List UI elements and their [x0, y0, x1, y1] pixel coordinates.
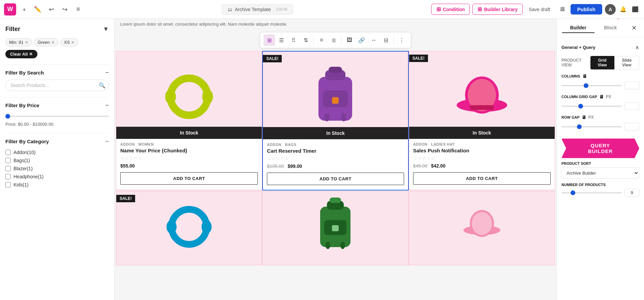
slide-view-button[interactable]: Slide View [614, 56, 639, 69]
svg-point-28 [472, 212, 492, 235]
monitor-icon-row-gap: 🖥 [582, 115, 586, 120]
product-stars-2: ☆☆☆☆☆ [267, 156, 404, 161]
right-panel-close-button[interactable]: ✕ [629, 23, 639, 33]
add-button[interactable]: ＋ [19, 4, 30, 15]
search-icon: 🔍 [99, 82, 105, 89]
toolbar-list-btn[interactable]: ☰ [276, 34, 287, 46]
clear-all-button[interactable]: Clear All ✕ [5, 50, 37, 58]
monitor-icon-columns: 🖥 [582, 73, 587, 79]
builder-library-button[interactable]: ⊞ Builder Library [472, 4, 523, 15]
toolbar-align-left-btn[interactable]: ≡ [316, 34, 327, 46]
query-builder-button[interactable]: QUERYBUILDER [561, 139, 639, 158]
tag-min[interactable]: Min: 91 ✕ [5, 38, 32, 47]
right-panel: Builder Block ✕ General + Query ∧ PRODUC… [556, 19, 644, 300]
row-gap-slider[interactable] [561, 126, 622, 127]
product-price-1: $55.00 [120, 163, 258, 169]
edit-button[interactable]: ✏️ [32, 4, 43, 15]
save-draft-button[interactable]: Save draft [525, 5, 554, 14]
category-checkbox-headphone[interactable] [5, 174, 11, 179]
menu-button[interactable]: ≡ [73, 4, 84, 15]
toolbar-arrows-btn[interactable]: ⇅ [300, 34, 311, 46]
search-input[interactable] [5, 80, 109, 91]
toolbar-align-center-btn[interactable]: ≣ [328, 34, 339, 46]
svg-point-2 [202, 89, 213, 104]
sale-badge-3: SALE! [409, 55, 428, 62]
redo-button[interactable]: ↪ [59, 4, 70, 15]
add-to-cart-2[interactable]: ADD TO CART [267, 173, 404, 185]
add-to-cart-3[interactable]: ADD TO CART [413, 172, 551, 185]
search-box: 🔍 [5, 80, 109, 91]
remove-tag-green[interactable]: ✕ [51, 40, 55, 45]
filter-category-title: Filter By Category [5, 139, 49, 144]
tag-green[interactable]: Green ✕ [34, 38, 58, 47]
topbar: W ＋ ✏️ ↩ ↪ ≡ 🗂 Archive Template Ctrl+K ⊞… [0, 0, 644, 19]
screen-toggle-button[interactable]: 🖥 [556, 4, 568, 15]
toolbar-settings-btn[interactable]: ⊟ [380, 34, 392, 46]
tab-builder[interactable]: Builder [562, 23, 594, 33]
column-grid-gap-value-input[interactable]: 30 [624, 102, 639, 110]
filter-by-price-header: Filter By Price − [5, 102, 109, 108]
archive-template-pill[interactable]: 🗂 Archive Template Ctrl+K [222, 4, 294, 14]
tab-block[interactable]: Block [594, 23, 627, 33]
in-stock-badge-3: In Stock [409, 127, 555, 139]
category-checkbox-kids[interactable] [5, 182, 11, 187]
category-checkbox-bags[interactable] [5, 158, 11, 163]
remove-tag-min[interactable]: ✕ [25, 40, 28, 45]
svg-rect-14 [470, 105, 494, 110]
svg-point-1 [165, 89, 176, 104]
column-grid-gap-slider[interactable] [561, 106, 622, 107]
svg-point-0 [171, 78, 208, 115]
content-area: Lorem ipsum dolor sit amet, consectetur … [115, 19, 556, 300]
row-gap-setting: ROW GAP 🖥 px 56 [561, 115, 639, 130]
monitor-icon-gap: 🖥 [599, 94, 604, 99]
avatar[interactable]: A [605, 4, 616, 15]
toolbar-more-btn[interactable]: ⋮ [396, 34, 407, 46]
tag-xs[interactable]: XS ✕ [60, 38, 78, 47]
toolbar-image-btn[interactable]: 🖼 [344, 34, 355, 46]
category-checkbox-addon[interactable] [5, 150, 11, 155]
toolbar-grid-btn[interactable]: ⊞ [264, 34, 275, 46]
collapse-price[interactable]: − [105, 102, 109, 108]
list-item: Kids(1) [5, 181, 109, 189]
filter-icon[interactable]: ▼ [103, 26, 109, 33]
condition-button[interactable]: ⊞ Condition [431, 4, 470, 15]
logo[interactable]: W [4, 3, 16, 16]
publish-button[interactable]: Publish [571, 4, 602, 14]
remove-tag-xs[interactable]: ✕ [71, 40, 74, 45]
num-products-value-input[interactable] [624, 189, 639, 197]
collapse-category[interactable]: − [105, 138, 109, 144]
num-products-slider[interactable] [561, 192, 622, 193]
toolbar-dots-btn[interactable]: ⠿ [288, 34, 299, 46]
notification-button[interactable]: 🔔 [618, 5, 628, 14]
product-sort-select[interactable]: Archive Builder Default Date Price: Low … [561, 168, 639, 179]
price-range-min[interactable] [5, 116, 109, 117]
svg-point-25 [340, 242, 345, 249]
toolbar-link-btn[interactable]: 🔗 [356, 34, 367, 46]
condition-icon: ⊞ [436, 6, 441, 12]
product-grid-row2: SALE! [115, 191, 556, 265]
add-to-cart-1[interactable]: ADD TO CART [120, 172, 258, 185]
toolbar-divider-3 [394, 36, 394, 44]
row-gap-value-input[interactable]: 56 [624, 123, 639, 130]
divider-2 [5, 97, 109, 97]
toolbar-expand-btn[interactable]: ↔ [368, 34, 379, 46]
list-item: Blazer(1) [5, 164, 109, 173]
keyboard-shortcut: Ctrl+K [276, 7, 288, 12]
svg-rect-18 [184, 208, 194, 211]
undo-button[interactable]: ↩ [46, 4, 57, 15]
main-layout: Filter ▼ Min: 91 ✕ Green ✕ XS ✕ Clear Al… [0, 19, 644, 300]
grid-view-button[interactable]: Grid View [590, 56, 614, 69]
product-image-2: SALE! In Stock [263, 52, 408, 139]
product-card-3: SALE! In Stock ADDON LADIES HAT Sales Pu… [409, 51, 555, 190]
product-info-3: ADDON LADIES HAT Sales Push Notification… [409, 139, 555, 189]
columns-value-input[interactable]: 3 [624, 82, 639, 89]
product-category-1: ADDON WOMEN [120, 142, 258, 146]
collapse-search[interactable]: − [105, 69, 109, 76]
settings-top-button[interactable]: ⬛ [631, 5, 640, 14]
columns-slider[interactable] [561, 85, 622, 86]
category-checkbox-blazer[interactable] [5, 166, 11, 171]
product-stars-3: ☆☆☆☆☆ [413, 155, 551, 161]
general-query-collapse[interactable]: ∧ [635, 44, 639, 51]
list-item: Headphone(1) [5, 173, 109, 181]
right-panel-body: General + Query ∧ PRODUCT VIEW Grid View… [557, 37, 644, 300]
